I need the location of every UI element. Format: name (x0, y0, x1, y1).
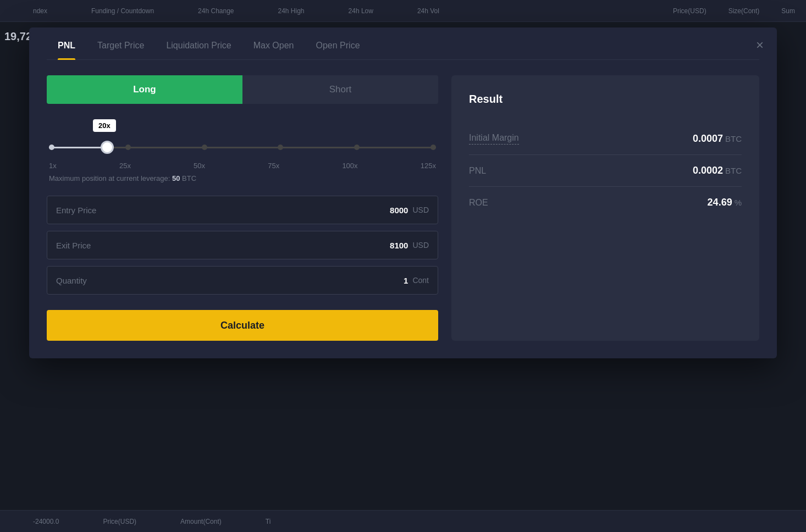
slider-dot-25x (125, 145, 131, 150)
exit-price-unit: USD (412, 241, 429, 250)
leverage-slider-container (49, 136, 436, 158)
quantity-group: Quantity 1 Cont (47, 266, 438, 295)
tab-max-open[interactable]: Max Open (242, 41, 305, 59)
content-area: Long Short 20x (47, 75, 759, 341)
slider-dot-50x (202, 145, 207, 150)
entry-price-label: Entry Price (56, 206, 96, 215)
quantity-field[interactable]: Quantity 1 Cont (47, 266, 438, 295)
exit-price-field[interactable]: Exit Price 8100 USD (47, 231, 438, 259)
slider-dot-100x (354, 145, 360, 150)
quantity-label: Quantity (56, 276, 87, 285)
tab-pnl[interactable]: PNL (47, 41, 86, 59)
quantity-unit: Cont (412, 276, 429, 285)
initial-margin-value: 0.0007BTC (693, 133, 742, 145)
result-row-pnl: PNL 0.0002BTC (469, 155, 742, 187)
leverage-section: 20x (47, 119, 438, 182)
quantity-value: 1 (404, 276, 408, 285)
calculator-modal: × PNL Target Price Liquidation Price Max… (29, 27, 777, 358)
label-100x: 100x (342, 162, 357, 170)
short-button[interactable]: Short (242, 75, 438, 104)
result-title: Result (469, 93, 742, 106)
tab-open-price[interactable]: Open Price (305, 41, 371, 59)
entry-price-unit: USD (412, 206, 429, 214)
exit-price-label: Exit Price (56, 241, 91, 250)
close-button[interactable]: × (756, 38, 764, 52)
tab-navigation: PNL Target Price Liquidation Price Max O… (47, 41, 759, 60)
entry-price-field[interactable]: Entry Price 8000 USD (47, 196, 438, 224)
tab-target-price[interactable]: Target Price (86, 41, 155, 59)
exit-price-value: 8100 (390, 241, 408, 250)
result-row-roe: ROE 24.69% (469, 187, 742, 218)
label-50x: 50x (194, 162, 205, 170)
slider-dot-1x (49, 145, 54, 150)
slider-dot-125x (430, 145, 436, 150)
calculate-button[interactable]: Calculate (47, 310, 438, 341)
leverage-badge: 20x (93, 119, 116, 132)
roe-value: 24.69% (708, 197, 742, 208)
label-25x: 25x (119, 162, 131, 170)
pnl-label: PNL (469, 166, 486, 176)
initial-margin-label: Initial Margin (469, 133, 519, 145)
quantity-value-area: 1 Cont (404, 276, 429, 285)
slider-thumb[interactable] (101, 141, 114, 154)
entry-price-value: 8000 (390, 206, 408, 215)
label-125x: 125x (421, 162, 436, 170)
direction-toggle: Long Short (47, 75, 438, 104)
long-button[interactable]: Long (47, 75, 242, 104)
exit-price-group: Exit Price 8100 USD (47, 231, 438, 259)
max-position-text: Maximum position at current leverage: 50… (49, 174, 436, 182)
modal-overlay: × PNL Target Price Liquidation Price Max… (0, 0, 806, 532)
pnl-value: 0.0002BTC (693, 165, 742, 176)
roe-label: ROE (469, 198, 488, 208)
exit-price-value-area: 8100 USD (390, 241, 429, 250)
entry-price-value-area: 8000 USD (390, 206, 429, 215)
label-75x: 75x (268, 162, 279, 170)
tab-liquidation-price[interactable]: Liquidation Price (155, 41, 242, 59)
result-row-initial-margin: Initial Margin 0.0007BTC (469, 123, 742, 155)
result-panel: Result Initial Margin 0.0007BTC PNL 0.00… (451, 75, 759, 341)
entry-price-group: Entry Price 8000 USD (47, 196, 438, 224)
label-1x: 1x (49, 162, 57, 170)
left-panel: Long Short 20x (47, 75, 438, 341)
slider-dot-75x (278, 145, 283, 150)
slider-labels: 1x 25x 50x 75x 100x 125x (49, 162, 436, 170)
